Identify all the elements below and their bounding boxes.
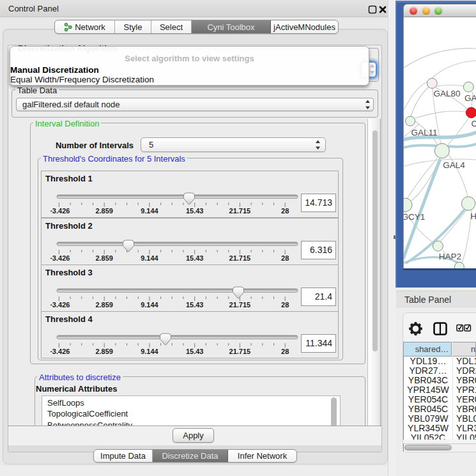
svg-text:−3.426: −3.426 <box>50 207 70 215</box>
svg-text:GAL80: GAL80 <box>433 89 460 98</box>
svg-text:21.715: 21.715 <box>229 207 251 215</box>
svg-text:−3.426: −3.426 <box>50 301 70 309</box>
svg-text:9.144: 9.144 <box>141 207 158 215</box>
svg-text:−3.426: −3.426 <box>50 254 70 262</box>
svg-text:28: 28 <box>281 348 289 355</box>
svg-text:GAL4: GAL4 <box>443 160 465 170</box>
svg-text:CD: CD <box>472 119 476 128</box>
svg-text:2.859: 2.859 <box>95 348 113 355</box>
svg-text:2.859: 2.859 <box>95 254 113 262</box>
svg-text:21.715: 21.715 <box>229 348 251 355</box>
svg-text:21.715: 21.715 <box>229 301 251 309</box>
svg-text:GCY1: GCY1 <box>404 212 425 222</box>
svg-text:28: 28 <box>281 254 289 262</box>
svg-text:15.43: 15.43 <box>186 301 204 309</box>
svg-text:HAP2: HAP2 <box>439 252 461 261</box>
svg-text:9.144: 9.144 <box>141 254 158 262</box>
svg-text:21.715: 21.715 <box>229 254 251 262</box>
svg-text:15.43: 15.43 <box>186 207 204 215</box>
svg-text:15.43: 15.43 <box>186 254 204 262</box>
svg-text:28: 28 <box>281 301 289 309</box>
svg-text:GAL11: GAL11 <box>411 128 438 137</box>
svg-text:HA: HA <box>470 211 476 221</box>
svg-text:GA: GA <box>464 93 476 103</box>
svg-text:15.43: 15.43 <box>186 348 204 355</box>
svg-text:9.144: 9.144 <box>141 301 158 309</box>
svg-text:2.859: 2.859 <box>95 207 113 215</box>
svg-text:−3.426: −3.426 <box>50 348 70 355</box>
svg-text:2.859: 2.859 <box>95 301 113 309</box>
svg-text:9.144: 9.144 <box>141 348 158 355</box>
svg-text:28: 28 <box>281 207 289 215</box>
